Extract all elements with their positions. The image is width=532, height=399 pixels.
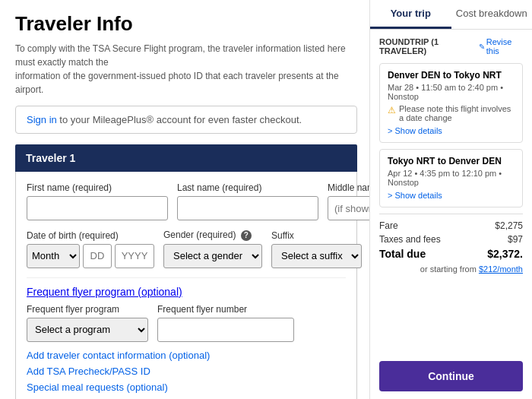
page-title: Traveler Info (15, 12, 357, 36)
roundtrip-label: ROUNDTRIP (1 TRAVELER) (379, 37, 479, 55)
fare-value: $2,275 (495, 220, 523, 231)
additional-links: Add traveler contact information (option… (27, 350, 346, 400)
contact-info-link[interactable]: Add traveler contact information (option… (27, 350, 346, 361)
suffix-select[interactable]: Select a suffix Jr. Sr. II III IV (271, 244, 362, 268)
name-row: First name (required) Last name (require… (27, 182, 346, 220)
dob-inputs: Month (27, 244, 154, 268)
gender-info-icon[interactable]: ? (241, 230, 252, 241)
flight-card-1: Denver DEN to Tokyo NRT Mar 28 • 11:50 a… (379, 63, 523, 143)
flight1-warning: ⚠ Please note this flight involves a dat… (388, 104, 515, 122)
suffix-label: Suffix (271, 230, 362, 241)
taxes-label: Taxes and fees (379, 234, 441, 245)
taxes-value: $97 (508, 234, 523, 245)
warning-icon: ⚠ (388, 105, 396, 116)
middle-name-label: Middle name/initial (328, 182, 369, 193)
taxes-row: Taxes and fees $97 (379, 234, 523, 245)
page-subtitle: To comply with the TSA Secure Flight pro… (15, 42, 357, 97)
freq-number-input[interactable] (157, 318, 294, 342)
flight2-show-details[interactable]: > Show details (388, 191, 442, 200)
fare-section: Fare $2,275 Taxes and fees $97 Total due… (379, 214, 523, 274)
total-value: $2,372. (487, 248, 523, 260)
freq-program-label: Frequent flyer program (27, 304, 148, 315)
dob-label: Date of birth (required) (27, 230, 154, 241)
total-label: Total due (379, 248, 426, 260)
freq-number-label: Frequent flyer number (157, 304, 294, 315)
tsa-precheck-link[interactable]: Add TSA Precheck/PASS ID (27, 366, 346, 377)
starting-from-link[interactable]: $212/month (479, 264, 523, 274)
middle-name-group: Middle name/initial (328, 182, 369, 220)
traveler-header: Traveler 1 (15, 144, 357, 172)
first-name-label: First name (required) (27, 182, 168, 193)
dob-group: Date of birth (required) Month (27, 230, 154, 268)
traveler-form: First name (required) Last name (require… (15, 172, 357, 399)
flight-card-2: Tokyo NRT to Denver DEN Apr 12 • 4:35 pm… (379, 149, 523, 207)
revise-icon: ✎ (479, 43, 485, 51)
flight2-details: Apr 12 • 4:35 pm to 12:10 pm • Nonstop (388, 169, 515, 187)
flight1-details: Mar 28 • 11:50 am to 2:40 pm • Nonstop (388, 83, 515, 101)
gender-group: Gender (required) ? Select a gender Male… (163, 230, 262, 268)
gender-select[interactable]: Select a gender Male Female Undisclosed (163, 244, 262, 268)
continue-button[interactable]: Continue (379, 361, 523, 391)
signin-link[interactable]: Sign in (27, 114, 57, 125)
flight1-show-details[interactable]: > Show details (388, 126, 442, 135)
meal-requests-link[interactable]: Special meal requests (optional) (27, 382, 346, 393)
fare-row: Fare $2,275 (379, 220, 523, 231)
dob-month-select[interactable]: Month (27, 244, 80, 268)
middle-name-input[interactable] (328, 196, 369, 220)
signin-bar: Sign in to your MileagePlus® account for… (15, 106, 357, 134)
first-name-input[interactable] (27, 196, 168, 220)
total-row: Total due $2,372. (379, 248, 523, 260)
dob-gender-row: Date of birth (required) Month Gender (r… (27, 230, 346, 268)
freq-program-group: Frequent flyer program Select a program (27, 304, 148, 342)
tab-your-trip[interactable]: Your trip (370, 0, 451, 29)
revise-link[interactable]: ✎ Revise this (479, 37, 523, 55)
starting-from: or starting from $212/month (379, 264, 523, 274)
last-name-label: Last name (required) (177, 182, 318, 193)
freq-program-select[interactable]: Select a program (27, 318, 148, 342)
frequent-flyer-link[interactable]: Frequent flyer program (optional) (27, 286, 182, 298)
sidebar: Your trip Cost breakdown ROUNDTRIP (1 TR… (369, 0, 532, 399)
trip-tabs: Your trip Cost breakdown (370, 0, 532, 30)
last-name-group: Last name (required) (177, 182, 318, 220)
last-name-input[interactable] (177, 196, 318, 220)
suffix-group: Suffix Select a suffix Jr. Sr. II III IV (271, 230, 362, 268)
roundtrip-header: ROUNDTRIP (1 TRAVELER) ✎ Revise this (379, 37, 523, 55)
first-name-group: First name (required) (27, 182, 168, 220)
freq-number-group: Frequent flyer number (157, 304, 294, 342)
trip-content: ROUNDTRIP (1 TRAVELER) ✎ Revise this Den… (370, 30, 532, 353)
flight2-route: Tokyo NRT to Denver DEN (388, 156, 515, 166)
continue-button-wrapper: Continue (370, 353, 532, 399)
dob-day-input[interactable] (83, 244, 112, 268)
gender-label: Gender (required) ? (163, 230, 262, 241)
dob-year-input[interactable] (115, 244, 154, 268)
tab-cost-breakdown[interactable]: Cost breakdown (451, 0, 533, 29)
frequent-flyer-section: Frequent flyer program (optional) Freque… (27, 277, 346, 342)
flight1-route: Denver DEN to Tokyo NRT (388, 70, 515, 81)
freq-row: Frequent flyer program Select a program … (27, 304, 346, 342)
fare-label: Fare (379, 220, 398, 231)
